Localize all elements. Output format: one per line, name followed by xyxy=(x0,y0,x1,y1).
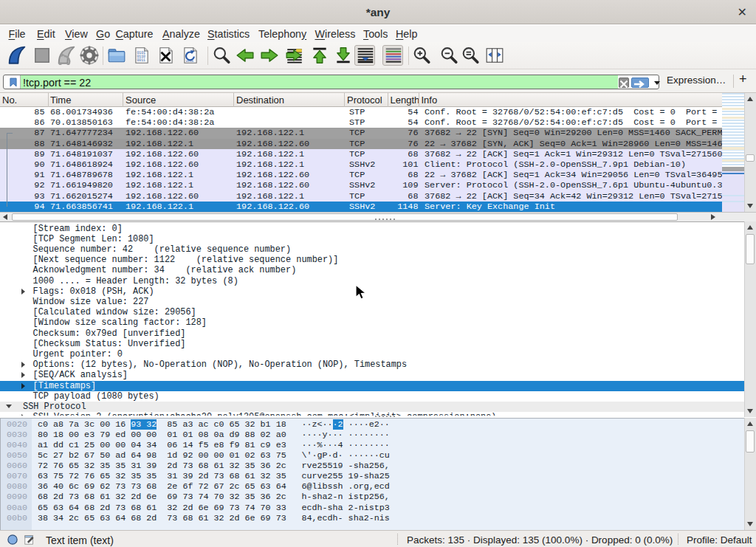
svg-text:0011: 0011 xyxy=(137,58,146,62)
svg-text:0110: 0110 xyxy=(186,59,194,63)
